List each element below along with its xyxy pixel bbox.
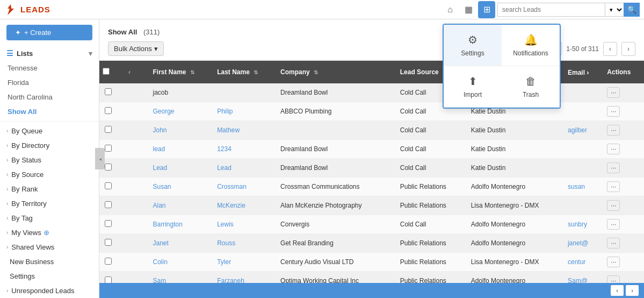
row-email: janet@	[562, 234, 602, 253]
sidebar-item-tennesse[interactable]: Tennesse	[0, 61, 99, 75]
row-actions-button[interactable]: ···	[607, 106, 620, 117]
row-actions-button[interactable]: ···	[607, 238, 620, 249]
row-first-name[interactable]: Colin	[148, 253, 212, 272]
row-last-name[interactable]: Lewis	[212, 215, 275, 234]
th-first-name[interactable]: First Name ⇅	[148, 61, 212, 83]
row-first-name[interactable]: John	[148, 121, 212, 140]
row-actions-button[interactable]: ···	[607, 87, 620, 98]
bottom-next-button[interactable]: ›	[626, 285, 639, 296]
popup-import-item[interactable]: ⬆ Import	[444, 66, 502, 108]
row-last-name[interactable]: Lead	[212, 159, 275, 178]
th-back: ‹	[117, 61, 148, 83]
create-label: + Create	[24, 29, 51, 37]
search-scope-dropdown[interactable]: ▾	[605, 3, 624, 17]
row-index-cell	[117, 234, 148, 253]
row-actions-button[interactable]: ···	[607, 219, 620, 230]
row-checkbox[interactable]	[105, 182, 112, 189]
row-last-name[interactable]: Tyler	[212, 253, 275, 272]
search-button[interactable]: 🔍	[624, 3, 640, 17]
row-last-name[interactable]: McKenzie	[212, 196, 275, 215]
sidebar-collapse-handle[interactable]: ◂	[95, 148, 105, 169]
row-checkbox[interactable]	[105, 126, 112, 133]
search-input[interactable]	[497, 3, 605, 17]
record-count: (311)	[143, 28, 160, 36]
table-row: Lead Lead Dreamland Bowl Cold Call Katie…	[99, 159, 644, 178]
sidebar-nav-by-tag[interactable]: › By Tag	[0, 211, 99, 225]
th-last-name[interactable]: Last Name ⇅	[212, 61, 275, 83]
sidebar-item-north-carolina[interactable]: North Carolina	[0, 90, 99, 104]
sidebar-nav-unresponded-leads[interactable]: › Unresponded Leads	[0, 283, 99, 298]
bulk-actions-button[interactable]: Bulk Actions ▾	[108, 41, 164, 56]
row-first-name[interactable]: Susan	[148, 178, 212, 196]
row-checkbox[interactable]	[105, 107, 112, 114]
row-first-name[interactable]: lead	[148, 140, 212, 159]
row-actions-button[interactable]: ···	[607, 144, 620, 154]
row-first-name[interactable]: jacob	[148, 83, 212, 102]
row-first-name[interactable]: Janet	[148, 234, 212, 253]
sidebar-nav-my-views[interactable]: › My Views ⊕	[0, 225, 99, 240]
sidebar-nav-by-territory[interactable]: › By Territory	[0, 196, 99, 211]
th-company[interactable]: Company ⇅	[275, 61, 395, 83]
row-actions-cell: ···	[602, 140, 644, 159]
row-first-name[interactable]: George	[148, 102, 212, 121]
row-last-name[interactable]	[212, 83, 275, 102]
row-last-name[interactable]: 1234	[212, 140, 275, 159]
chevron-icon: ›	[6, 230, 8, 236]
sidebar-nav-by-source[interactable]: › By Source	[0, 167, 99, 182]
pagination-prev-button[interactable]: ‹	[603, 42, 617, 56]
row-email: agilber	[562, 121, 602, 140]
row-checkbox[interactable]	[105, 164, 112, 171]
select-all-checkbox[interactable]	[103, 68, 110, 75]
row-first-name[interactable]: Lead	[148, 159, 212, 178]
row-last-name[interactable]: Crossman	[212, 178, 275, 196]
sidebar-nav-shared-views[interactable]: › Shared Views	[0, 240, 99, 254]
lists-header[interactable]: ☰ Lists ▾	[0, 46, 99, 61]
row-actions-button[interactable]: ···	[607, 200, 620, 211]
create-button[interactable]: ✦ + Create	[6, 25, 92, 40]
row-checkbox[interactable]	[105, 201, 112, 208]
bell-icon: 🔔	[524, 33, 538, 46]
popup-settings-item[interactable]: ⚙ Settings	[444, 25, 502, 66]
sidebar-item-florida[interactable]: Florida	[0, 75, 99, 90]
row-checkbox[interactable]	[105, 88, 112, 95]
back-button[interactable]: ‹	[122, 65, 136, 79]
th-email[interactable]: Email ›	[562, 61, 602, 83]
row-actions-button[interactable]: ···	[607, 125, 620, 136]
chevron-icon: ›	[6, 215, 8, 221]
row-actions-button[interactable]: ···	[607, 257, 620, 267]
row-checkbox[interactable]	[105, 239, 112, 246]
grid-button[interactable]: ⊞	[478, 1, 495, 18]
table-row: jacob Dreamland Bowl Cold Call Katie Dus…	[99, 83, 644, 102]
row-last-name[interactable]: Rouss	[212, 234, 275, 253]
sidebar-item-show-all[interactable]: Show All	[0, 104, 99, 119]
chart-button[interactable]: ▦	[460, 1, 477, 18]
row-email: sunbry	[562, 215, 602, 234]
row-first-name[interactable]: Barrington	[148, 215, 212, 234]
sidebar-nav-by-status[interactable]: › By Status	[0, 153, 99, 167]
row-assigned: Adolfo Montenegro	[466, 215, 562, 234]
row-first-name[interactable]: Alan	[148, 196, 212, 215]
row-checkbox[interactable]	[105, 145, 112, 152]
row-checkbox[interactable]	[105, 220, 112, 227]
popup-notifications-item[interactable]: 🔔 Notifications	[502, 25, 560, 66]
sidebar-nav-by-rank[interactable]: › By Rank	[0, 182, 99, 196]
row-last-name[interactable]: Mathew	[212, 121, 275, 140]
row-checkbox[interactable]	[105, 258, 112, 265]
row-checkbox-cell	[99, 215, 117, 234]
sidebar-nav-new-business[interactable]: New Business	[0, 254, 99, 269]
row-last-name[interactable]: Philip	[212, 102, 275, 121]
home-button[interactable]: ⌂	[442, 1, 459, 18]
sidebar-nav-settings[interactable]: Settings	[0, 269, 99, 283]
bottom-prev-button[interactable]: ‹	[611, 285, 624, 296]
popup-trash-item[interactable]: 🗑 Trash	[502, 66, 560, 108]
sidebar-nav-by-directory[interactable]: › By Directory	[0, 138, 99, 153]
row-email	[562, 83, 602, 102]
row-actions-button[interactable]: ···	[607, 162, 620, 173]
table-row: Susan Crossman Crossman Communications P…	[99, 178, 644, 196]
top-nav: LEADS ⌂ ▦ ⊞ ▾ 🔍	[0, 0, 644, 19]
row-company: Crossman Communications	[275, 178, 395, 196]
row-actions-button[interactable]: ···	[607, 181, 620, 192]
row-index-cell	[117, 215, 148, 234]
pagination-next-button[interactable]: ›	[621, 42, 635, 56]
sidebar-nav-by-queue[interactable]: › By Queue	[0, 124, 99, 138]
